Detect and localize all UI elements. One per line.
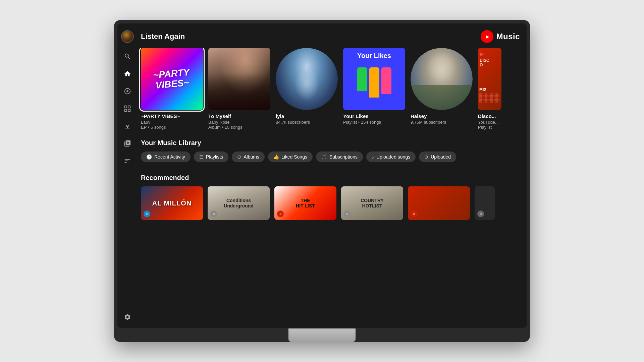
halsey-image <box>411 48 473 110</box>
library-title: Your Music Library <box>141 139 523 147</box>
chip-liked-songs[interactable]: 👍 Liked Songs <box>268 152 313 162</box>
card-halsey[interactable]: Halsey 9.76M subscribers <box>411 48 473 130</box>
albums-icon: ⊙ <box>237 154 241 160</box>
search-icon[interactable] <box>123 52 131 60</box>
country-play: ⊙ <box>344 210 351 217</box>
discovery-mix-image: ▶ DISCO MIX <box>478 48 501 110</box>
conditions-play: ⊙ <box>210 210 217 217</box>
al-millon-play: ⊙ <box>144 210 150 217</box>
recommended-section: Recommended ⊙ AL MILLÓN ⊙ ConditionsUnd <box>138 167 527 220</box>
hit-list-play: ⊙ <box>277 210 284 217</box>
main-content: Listen Again Music ~PARTYVIBES~ ~PA <box>138 23 527 328</box>
chip-albums[interactable]: ⊙ Albums <box>232 152 265 162</box>
al-millon-text: AL MILLÓN <box>152 199 192 207</box>
bar-2 <box>369 67 379 98</box>
now-playing-icon[interactable] <box>123 87 131 95</box>
bar-3 <box>381 67 391 94</box>
library-icon[interactable] <box>123 105 131 113</box>
party-vibes-text: ~PARTYVIBES~ <box>153 67 191 91</box>
party-vibes-image: ~PARTYVIBES~ <box>141 48 203 110</box>
svg-point-1 <box>126 90 128 92</box>
party-vibes-name: ~PARTY VIBES~ <box>141 113 203 119</box>
hit-list-text: THEHIT LIST <box>296 198 315 208</box>
rec-card-conditions[interactable]: ⊙ ConditionsUnderground <box>208 186 270 220</box>
downloads-icon[interactable] <box>123 122 131 130</box>
sidebar <box>117 23 138 328</box>
your-likes-name: Your Likes <box>343 113 405 119</box>
chip-uploaded-songs-label: Uploaded songs <box>376 154 410 160</box>
party-vibes-bg: ~PARTYVIBES~ <box>141 48 203 110</box>
party-vibes-sub2: EP • 5 songs <box>141 125 203 130</box>
to-myself-image <box>208 48 270 110</box>
rec-card-al-millon[interactable]: ⊙ AL MILLÓN <box>141 186 203 220</box>
settings-icon[interactable] <box>123 313 131 321</box>
hit-list-bg: ⊙ THEHIT LIST <box>274 186 336 220</box>
tv-outer: Listen Again Music ~PARTYVIBES~ ~PA <box>114 20 530 342</box>
recent-activity-icon: 🕐 <box>146 154 152 160</box>
card6-bg: ⊙ <box>475 186 495 220</box>
rec-card-6[interactable]: ⊙ <box>475 186 495 220</box>
yt-logo-icon <box>481 30 493 43</box>
bar-1 <box>357 67 367 91</box>
al-millon-bg: ⊙ AL MILLÓN <box>141 186 203 220</box>
chip-playlists[interactable]: ☰ Playlists <box>194 152 228 162</box>
header: Listen Again Music <box>138 30 527 48</box>
chip-uploaded-label: Uploaded <box>431 154 451 160</box>
discovery-mix-label: Disco... YouTube... Playlist <box>478 113 501 130</box>
party-vibes-label: ~PARTY VIBES~ Lauv EP • 5 songs <box>141 113 203 130</box>
uploaded-icon: ⊙ <box>424 154 428 160</box>
party-vibes-sub1: Lauv <box>141 120 203 125</box>
discovery-yt-icon: ▶ <box>480 51 484 57</box>
rec-card-country[interactable]: ⊙ COUNTRYHOTLIST <box>341 186 403 220</box>
chip-subscriptions-label: Subscriptions <box>329 154 358 160</box>
country-text: COUNTRYHOTLIST <box>361 198 384 208</box>
chip-liked-songs-label: Liked Songs <box>281 154 307 160</box>
svg-rect-3 <box>128 106 130 108</box>
yt-music-logo: Music <box>481 30 520 43</box>
rec-card-5[interactable]: ⊙ <box>408 186 470 220</box>
to-myself-name: To Myself <box>208 113 270 119</box>
chip-subscriptions[interactable]: 🎵 Subscriptions <box>316 152 363 162</box>
rec-card-hit-list[interactable]: ⊙ THEHIT LIST <box>274 186 336 220</box>
chip-uploaded[interactable]: ⊙ Uploaded <box>419 152 456 162</box>
card-iyla[interactable]: iyla 84.7k subscribers <box>276 48 338 130</box>
listen-again-title: Listen Again <box>141 32 185 41</box>
svg-rect-2 <box>125 106 127 108</box>
card-discovery-mix[interactable]: ▶ DISCO MIX Disco... YouTube... Playlist <box>478 48 501 130</box>
your-likes-card-title: Your Likes <box>357 52 391 60</box>
yt-music-text: Music <box>496 32 520 41</box>
to-myself-sub1: Baby Rose <box>208 120 270 125</box>
to-myself-sub2: Album • 10 songs <box>208 125 270 130</box>
card-your-likes[interactable]: Your Likes Your Likes Playlist • 154 son… <box>343 48 405 130</box>
svg-rect-5 <box>128 109 130 111</box>
chip-albums-label: Albums <box>244 154 259 160</box>
chip-uploaded-songs[interactable]: ♪ Uploaded songs <box>366 152 416 162</box>
card-to-myself[interactable]: To Myself Baby Rose Album • 10 songs <box>208 48 270 130</box>
chip-recent-activity[interactable]: 🕐 Recent Activity <box>141 152 191 162</box>
clips-icon[interactable] <box>123 139 131 147</box>
your-likes-bg: Your Likes <box>343 48 405 110</box>
iyla-name: iyla <box>276 113 338 119</box>
disco-text: DISCO <box>480 58 489 68</box>
avatar[interactable] <box>121 30 134 43</box>
recommended-cards-row: ⊙ AL MILLÓN ⊙ ConditionsUnderground <box>141 186 523 220</box>
card5-play: ⊙ <box>411 210 417 217</box>
listen-again-cards: ~PARTYVIBES~ ~PARTY VIBES~ Lauv EP • 5 s… <box>138 48 527 130</box>
discovery-mix-name: Disco... <box>478 113 501 119</box>
conditions-text: ConditionsUnderground <box>221 195 256 211</box>
playlists-icon: ☰ <box>199 154 204 160</box>
tv-stand <box>288 328 356 342</box>
to-myself-label: To Myself Baby Rose Album • 10 songs <box>208 113 270 130</box>
iyla-label: iyla 84.7k subscribers <box>276 113 338 125</box>
recommended-title: Recommended <box>141 174 523 182</box>
liked-songs-icon: 👍 <box>273 154 279 160</box>
card-party-vibes[interactable]: ~PARTYVIBES~ ~PARTY VIBES~ Lauv EP • 5 s… <box>141 48 203 130</box>
queue-icon[interactable] <box>123 157 131 165</box>
home-icon[interactable] <box>123 70 131 78</box>
card6-play: ⊙ <box>477 210 484 217</box>
tv-screen: Listen Again Music ~PARTYVIBES~ ~PA <box>117 23 527 328</box>
conditions-bg: ⊙ ConditionsUnderground <box>208 186 270 220</box>
your-likes-label: Your Likes Playlist • 154 songs <box>343 113 405 125</box>
chip-recent-activity-label: Recent Activity <box>154 154 185 160</box>
subscriptions-icon: 🎵 <box>321 154 327 160</box>
